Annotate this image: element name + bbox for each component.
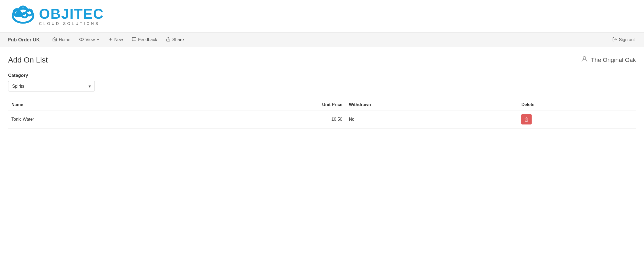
navbar-items: Home View ▼ New Feedback <box>48 35 609 44</box>
logo-main-text: OBJITEC <box>39 7 104 21</box>
svg-point-7 <box>79 38 83 41</box>
chevron-down-icon: ▼ <box>96 38 100 42</box>
category-select[interactable]: Spirits Beers Wines Soft Drinks Hot Drin… <box>8 81 95 91</box>
nav-feedback-label: Feedback <box>138 37 157 42</box>
user-icon <box>581 55 588 65</box>
category-select-wrap: Spirits Beers Wines Soft Drinks Hot Drin… <box>8 81 95 91</box>
svg-point-13 <box>583 57 586 59</box>
nav-share[interactable]: Share <box>162 35 188 44</box>
nav-view[interactable]: View ▼ <box>75 35 103 44</box>
nav-view-label: View <box>86 37 95 42</box>
page-content: Add On List The Original Oak Category Sp… <box>0 47 644 129</box>
col-name: Name <box>8 100 184 110</box>
table-header: Name Unit Price Withdrawn Delete <box>8 100 636 110</box>
cell-delete <box>518 110 636 129</box>
sign-out-button[interactable]: Sign out <box>609 35 639 44</box>
venue-info: The Original Oak <box>581 55 636 65</box>
nav-feedback[interactable]: Feedback <box>128 35 161 44</box>
comment-icon <box>132 37 136 43</box>
data-table: Name Unit Price Withdrawn Delete Tonic W… <box>8 100 636 129</box>
home-icon <box>52 37 57 43</box>
nav-share-label: Share <box>172 37 184 42</box>
cell-withdrawn: No <box>346 110 518 129</box>
logo-text: OBJITEC CLOUD SOLUTIONS <box>39 7 104 26</box>
nav-home[interactable]: Home <box>48 35 74 44</box>
cell-unit-price: £0.50 <box>184 110 346 129</box>
col-unit-price: Unit Price <box>184 100 346 110</box>
cell-name: Tonic Water <box>8 110 184 129</box>
sign-out-label: Sign out <box>619 37 635 42</box>
eye-icon <box>79 37 84 43</box>
table-row: Tonic Water£0.50No <box>8 110 636 129</box>
svg-rect-6 <box>28 10 29 12</box>
svg-rect-4 <box>27 9 28 10</box>
logo-image <box>8 5 38 27</box>
share-icon <box>166 37 171 43</box>
page-header: Add On List The Original Oak <box>8 55 636 65</box>
col-delete: Delete <box>518 100 636 110</box>
svg-point-3 <box>26 9 32 15</box>
table-header-row: Name Unit Price Withdrawn Delete <box>8 100 636 110</box>
nav-new-label: New <box>114 37 123 42</box>
category-section: Category Spirits Beers Wines Soft Drinks… <box>8 73 636 91</box>
page-title: Add On List <box>8 56 48 64</box>
navbar: Pub Order UK Home View ▼ New <box>0 32 644 47</box>
table-body: Tonic Water£0.50No <box>8 110 636 129</box>
svg-point-8 <box>81 39 82 40</box>
nav-new[interactable]: New <box>105 35 127 44</box>
navbar-brand: Pub Order UK <box>5 37 42 43</box>
nav-home-label: Home <box>59 37 70 42</box>
col-withdrawn: Withdrawn <box>346 100 518 110</box>
category-label: Category <box>8 73 636 78</box>
logo-sub-text: CLOUD SOLUTIONS <box>39 21 104 26</box>
signout-icon <box>612 37 617 43</box>
venue-name: The Original Oak <box>591 57 636 64</box>
svg-rect-5 <box>29 9 30 10</box>
navbar-right: Sign out <box>609 35 639 44</box>
logo-area: OBJITEC CLOUD SOLUTIONS <box>0 0 644 32</box>
delete-button[interactable] <box>521 114 532 124</box>
plus-icon <box>108 37 113 42</box>
